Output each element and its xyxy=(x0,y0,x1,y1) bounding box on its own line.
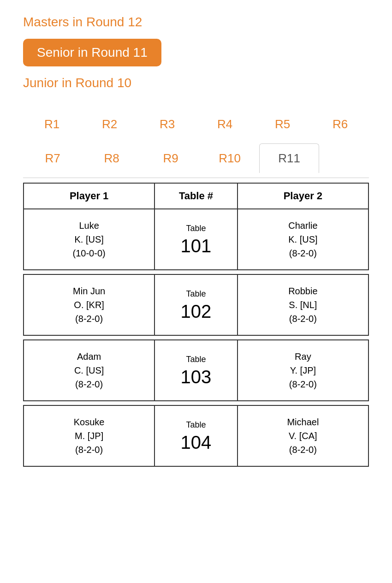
category-junior[interactable]: Junior in Round 10 xyxy=(14,70,378,96)
header-table-num: Table # xyxy=(154,183,238,209)
player2-name: Ray xyxy=(295,351,311,362)
player2-cell: Charlie K. [US] (8-2-0) xyxy=(238,209,368,270)
table-row[interactable]: Min Jun O. [KR] (8-2-0) Table 102 Robbie… xyxy=(24,274,368,335)
table-header-row: Player 1 Table # Player 2 xyxy=(24,183,368,209)
table-number: 104 xyxy=(160,431,232,453)
tab-R9[interactable]: R9 xyxy=(141,143,200,173)
table-number-cell: Table 104 xyxy=(154,405,238,466)
player1-record: (10-0-0) xyxy=(73,248,106,258)
header-player2: Player 2 xyxy=(238,183,368,209)
player1-cell: Min Jun O. [KR] (8-2-0) xyxy=(24,274,154,335)
tab-R11[interactable]: R11 xyxy=(259,143,319,173)
table-label: Table xyxy=(160,353,232,366)
table-label: Table xyxy=(160,222,232,235)
tab-R2[interactable]: R2 xyxy=(81,110,138,139)
tab-R7[interactable]: R7 xyxy=(23,143,82,173)
player2-info: Y. [JP] xyxy=(290,365,316,375)
player2-cell: Michael V. [CA] (8-2-0) xyxy=(238,405,368,466)
tab-R5[interactable]: R5 xyxy=(254,110,311,139)
player1-name: Adam xyxy=(77,351,101,362)
table-number: 101 xyxy=(160,235,232,257)
player1-record: (8-2-0) xyxy=(75,445,103,455)
player2-name: Michael xyxy=(287,417,319,427)
table-number-cell: Table 101 xyxy=(154,209,238,270)
player2-info: K. [US] xyxy=(288,234,317,244)
table-label: Table xyxy=(160,419,232,431)
category-senior[interactable]: Senior in Round 11 xyxy=(23,39,161,66)
table-row[interactable]: Kosuke M. [JP] (8-2-0) Table 104 Michael… xyxy=(24,405,368,466)
category-masters[interactable]: Masters in Round 12 xyxy=(14,9,378,35)
matches-table: Player 1 Table # Player 2 Luke K. [US] (… xyxy=(23,183,369,467)
table-number-cell: Table 102 xyxy=(154,274,238,335)
tab-R8[interactable]: R8 xyxy=(82,143,141,173)
round-tabs-row1: R1 R2 R3 R4 R5 R6 xyxy=(23,110,369,139)
player1-name: Luke xyxy=(79,220,99,231)
player2-record: (8-2-0) xyxy=(289,379,317,389)
tab-R1[interactable]: R1 xyxy=(23,110,81,139)
table-row[interactable]: Luke K. [US] (10-0-0) Table 101 Charlie … xyxy=(24,209,368,270)
table-row[interactable]: Adam C. [US] (8-2-0) Table 103 Ray Y. [J… xyxy=(24,340,368,401)
tabs-divider xyxy=(23,178,369,178)
player1-info: C. [US] xyxy=(74,365,104,375)
player2-record: (8-2-0) xyxy=(289,248,317,258)
table-number: 103 xyxy=(160,366,232,388)
table-label: Table xyxy=(160,288,232,300)
player2-name: Robbie xyxy=(288,286,317,296)
player1-info: O. [KR] xyxy=(74,300,104,310)
player1-cell: Kosuke M. [JP] (8-2-0) xyxy=(24,405,154,466)
player2-info: V. [CA] xyxy=(289,431,317,441)
player2-info: S. [NL] xyxy=(289,300,317,310)
player2-cell: Robbie S. [NL] (8-2-0) xyxy=(238,274,368,335)
spacer-row xyxy=(24,335,368,340)
player1-name: Kosuke xyxy=(74,417,105,427)
header-player1: Player 1 xyxy=(24,183,154,209)
tab-R6[interactable]: R6 xyxy=(311,110,369,139)
player2-cell: Ray Y. [JP] (8-2-0) xyxy=(238,340,368,401)
round-tabs-row2: R7 R8 R9 R10 R11 xyxy=(23,143,369,173)
player1-record: (8-2-0) xyxy=(75,314,103,324)
tab-R3[interactable]: R3 xyxy=(138,110,196,139)
player1-name: Min Jun xyxy=(73,286,105,296)
category-list: Masters in Round 12 Senior in Round 11 J… xyxy=(14,9,378,96)
player2-record: (8-2-0) xyxy=(289,314,317,324)
player1-cell: Luke K. [US] (10-0-0) xyxy=(24,209,154,270)
player1-info: M. [JP] xyxy=(75,431,103,441)
table-number: 102 xyxy=(160,300,232,322)
spacer-row xyxy=(24,401,368,405)
tab-R10[interactable]: R10 xyxy=(200,143,259,173)
player1-info: K. [US] xyxy=(74,234,103,244)
player2-name: Charlie xyxy=(288,220,317,231)
round-tabs-section: R1 R2 R3 R4 R5 R6 R7 R8 R9 R10 R11 xyxy=(14,110,378,178)
player1-cell: Adam C. [US] (8-2-0) xyxy=(24,340,154,401)
spacer-row xyxy=(24,270,368,274)
player2-record: (8-2-0) xyxy=(289,445,317,455)
player1-record: (8-2-0) xyxy=(75,379,103,389)
tab-R4[interactable]: R4 xyxy=(196,110,254,139)
matches-section: Player 1 Table # Player 2 Luke K. [US] (… xyxy=(14,183,378,467)
table-number-cell: Table 103 xyxy=(154,340,238,401)
